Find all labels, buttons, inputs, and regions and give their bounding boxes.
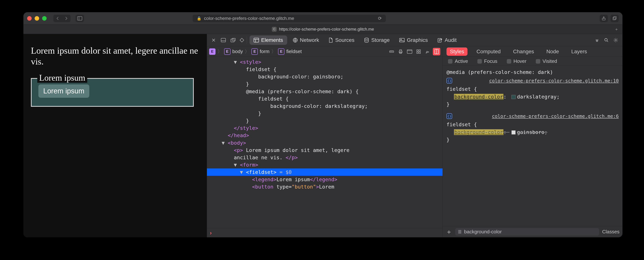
overflow-icon[interactable] bbox=[593, 36, 601, 44]
css-rule-selector[interactable]: fieldset { bbox=[446, 85, 619, 93]
page-button[interactable]: Lorem ipsum bbox=[38, 84, 89, 98]
breadcrumb-form[interactable]: Eform bbox=[252, 48, 270, 55]
element-badge-icon: E bbox=[252, 48, 258, 55]
tabs-overview-button[interactable] bbox=[610, 15, 619, 22]
svg-rect-31 bbox=[419, 50, 420, 51]
close-devtools-button[interactable] bbox=[210, 36, 218, 44]
device-icon[interactable] bbox=[406, 48, 413, 55]
source-link[interactable]: color-scheme-prefers-color-scheme.glitch… bbox=[489, 77, 619, 84]
tree-line[interactable]: background-color: gainsboro; bbox=[207, 73, 442, 80]
tree-line[interactable]: <legend>Lorem ipsum</legend> bbox=[207, 176, 442, 183]
devtools-tab-sources[interactable]: Sources bbox=[324, 36, 358, 45]
breadcrumb-body[interactable]: Ebody bbox=[224, 48, 243, 55]
tree-line[interactable]: ▼ <style> bbox=[207, 58, 442, 66]
tree-line[interactable]: <button type="button">Lorem bbox=[207, 183, 442, 190]
checkbox-icon[interactable] bbox=[507, 59, 511, 64]
tree-line[interactable]: fieldset { bbox=[207, 66, 442, 73]
devtools-tab-elements[interactable]: Elements bbox=[250, 36, 287, 45]
element-badge-icon: E bbox=[209, 48, 216, 55]
styles-tab-styles[interactable]: Styles bbox=[446, 47, 468, 56]
devtools-tab-graphics[interactable]: Graphics bbox=[395, 36, 432, 45]
checkbox-icon[interactable] bbox=[536, 59, 540, 64]
svg-rect-5 bbox=[221, 38, 226, 42]
checkbox-icon[interactable] bbox=[478, 59, 482, 64]
css-rules-panel[interactable]: @media (prefers-color-scheme: dark){}col… bbox=[443, 66, 622, 226]
breadcrumb-fieldset[interactable]: Efieldset bbox=[278, 48, 302, 55]
grid-icon[interactable] bbox=[415, 48, 422, 55]
svg-point-23 bbox=[615, 39, 616, 41]
sidebar-toggle-button[interactable] bbox=[76, 15, 84, 22]
svg-rect-28 bbox=[407, 50, 412, 53]
url-host: color-scheme-prefers-color-scheme.glitch… bbox=[204, 16, 294, 21]
svg-rect-30 bbox=[417, 50, 418, 51]
svg-rect-32 bbox=[417, 52, 418, 53]
new-rule-button[interactable]: ＋ bbox=[446, 227, 452, 236]
paint-icon[interactable] bbox=[424, 48, 431, 55]
close-window-button[interactable] bbox=[27, 16, 32, 21]
devtools-tab-audit[interactable]: Audit bbox=[434, 36, 461, 45]
pseudo-hover[interactable]: Hover bbox=[507, 58, 526, 64]
dock-popout-icon[interactable] bbox=[229, 36, 237, 44]
svg-point-9 bbox=[240, 39, 243, 42]
tree-line[interactable]: ▼ <fieldset> = $0 bbox=[207, 169, 442, 176]
pseudo-visited[interactable]: Visited bbox=[536, 58, 557, 64]
css-declaration[interactable]: background-color: darkslategray; bbox=[446, 93, 619, 101]
ruler-icon[interactable] bbox=[388, 48, 396, 55]
svg-point-18 bbox=[365, 38, 368, 39]
devtools-tab-storage[interactable]: Storage bbox=[360, 36, 394, 45]
tree-line[interactable]: } bbox=[207, 110, 442, 117]
styles-column: Styles Computed Changes Node Layers Acti… bbox=[443, 46, 622, 237]
print-icon[interactable] bbox=[397, 48, 404, 55]
styles-tab-layers[interactable]: Layers bbox=[568, 47, 590, 56]
source-link[interactable]: color-scheme-prefers-color-scheme.glitch… bbox=[492, 113, 619, 120]
svg-rect-33 bbox=[419, 52, 420, 53]
styles-tab-changes[interactable]: Changes bbox=[510, 47, 537, 56]
settings-gear-icon[interactable] bbox=[612, 36, 620, 44]
tree-line[interactable]: } bbox=[207, 80, 442, 88]
pseudo-focus[interactable]: Focus bbox=[478, 58, 498, 64]
pseudo-class-row: Active Focus Hover Visited bbox=[443, 57, 622, 66]
tree-line[interactable]: <p> Lorem ipsum dolor sit amet, legere bbox=[207, 147, 442, 154]
tree-line[interactable]: ▼ <body> bbox=[207, 139, 442, 147]
target-icon[interactable] bbox=[239, 36, 247, 44]
forward-button[interactable] bbox=[62, 15, 70, 22]
tree-line[interactable]: background-color: darkslategray; bbox=[207, 102, 442, 110]
styles-filter-input[interactable]: ≣ background-color bbox=[455, 228, 599, 236]
tree-line[interactable]: </style> bbox=[207, 124, 442, 132]
minimize-window-button[interactable] bbox=[35, 16, 39, 21]
share-button[interactable] bbox=[600, 15, 608, 22]
page-legend: Lorem ipsum bbox=[37, 73, 87, 83]
reload-icon[interactable]: ⟳ bbox=[378, 16, 382, 21]
devtools-tab-network[interactable]: Network bbox=[289, 36, 323, 45]
styles-tab-computed[interactable]: Computed bbox=[473, 47, 504, 56]
classes-button[interactable]: Classes bbox=[602, 229, 620, 235]
tree-line[interactable]: } bbox=[207, 117, 442, 124]
css-declaration[interactable]: background-color: gainsboro; bbox=[446, 128, 619, 136]
breadcrumb-root[interactable]: E bbox=[209, 48, 216, 55]
layout-pane-icon[interactable] bbox=[433, 48, 440, 55]
tree-line[interactable]: </head> bbox=[207, 132, 442, 139]
fullscreen-window-button[interactable] bbox=[42, 16, 46, 21]
tab-title[interactable]: https://color-scheme-prefers-color-schem… bbox=[279, 27, 374, 32]
search-icon[interactable] bbox=[602, 36, 610, 44]
devtools-tab-label: Network bbox=[300, 37, 319, 43]
new-tab-button[interactable]: ＋ bbox=[612, 25, 620, 34]
tree-line[interactable]: @media (prefers-color-scheme: dark) { bbox=[207, 88, 442, 95]
breadcrumb-row: E 〉 Ebody 〉 Eform 〉 Efieldset bbox=[207, 46, 442, 57]
checkbox-icon[interactable] bbox=[448, 59, 452, 64]
lock-icon: 🔒 bbox=[197, 16, 202, 21]
css-rule-close: } bbox=[446, 136, 619, 144]
url-bar[interactable]: 🔒 color-scheme-prefers-color-scheme.glit… bbox=[193, 15, 386, 22]
css-rule-selector[interactable]: fieldset { bbox=[446, 121, 619, 128]
tree-line[interactable]: ▼ <form> bbox=[207, 161, 442, 169]
styles-tab-node[interactable]: Node bbox=[543, 47, 562, 56]
svg-rect-0 bbox=[78, 17, 82, 20]
css-rule-close: } bbox=[446, 100, 619, 108]
element-badge-icon: E bbox=[278, 48, 284, 55]
tree-line[interactable]: ancillae ne vis. </p> bbox=[207, 154, 442, 161]
pseudo-active[interactable]: Active bbox=[448, 58, 468, 64]
dock-bottom-icon[interactable] bbox=[219, 36, 228, 44]
tree-line[interactable]: fieldset { bbox=[207, 95, 442, 102]
back-button[interactable] bbox=[53, 15, 62, 22]
console-row[interactable]: › bbox=[207, 228, 442, 237]
